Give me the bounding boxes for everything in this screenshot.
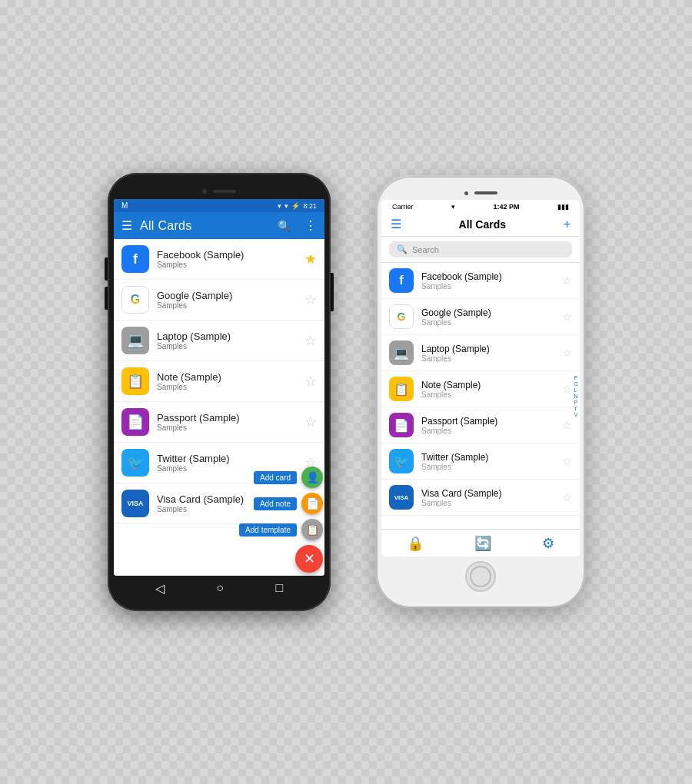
ios-item-text: Note (Sample) Samples xyxy=(421,380,562,399)
ios-item-star[interactable]: ☆ xyxy=(562,455,572,467)
android-list-item[interactable]: f Facebook (Sample) Samples ★ xyxy=(114,239,324,280)
fab-area: Add card 👤 Add note 📄 Add template 📋 ✕ xyxy=(239,467,323,573)
ios-item-sub: Samples xyxy=(421,427,562,435)
android-screen: M ▾ ▾ ⚡ 8:21 ☰ All Cards 🔍 ⋮ f Facebook … xyxy=(114,199,324,576)
android-item-star[interactable]: ☆ xyxy=(304,414,317,430)
ios-vol-up-button[interactable] xyxy=(374,254,377,275)
ios-item-star[interactable]: ☆ xyxy=(562,347,572,359)
ios-item-text: Visa Card (Sample) Samples xyxy=(421,488,562,507)
android-item-sub: Samples xyxy=(157,342,304,350)
ios-power-button[interactable] xyxy=(584,269,587,304)
android-item-title: Twitter (Sample) xyxy=(157,453,304,464)
ios-item-star[interactable]: ☆ xyxy=(562,419,572,431)
ios-index-letter[interactable]: V xyxy=(574,412,578,417)
android-item-sub: Samples xyxy=(157,261,304,269)
ios-list-item[interactable]: 💻 Laptop (Sample) Samples ☆ xyxy=(381,335,580,371)
ios-add-icon[interactable]: + xyxy=(564,218,571,231)
android-item-star[interactable]: ☆ xyxy=(304,332,317,349)
android-list-item[interactable]: 📋 Note (Sample) Samples ☆ xyxy=(114,361,324,402)
ios-list-item[interactable]: f Facebook (Sample) Samples ☆ xyxy=(381,263,580,299)
add-template-fab[interactable]: 📋 xyxy=(301,519,323,540)
android-item-title: Note (Sample) xyxy=(157,371,304,383)
android-vol-up-button[interactable] xyxy=(105,257,108,281)
ios-phone: Carrier ▾ 1:42 PM ▮▮▮ ☰ All Cards + 🔍 Se… xyxy=(377,177,584,607)
add-note-fab[interactable]: 📄 xyxy=(301,493,323,514)
ios-nav-bar: ☰ All Cards + xyxy=(381,212,580,237)
ios-item-star[interactable]: ☆ xyxy=(562,311,572,323)
ios-index-letter[interactable]: N xyxy=(574,394,578,399)
ios-index-letters[interactable]: FGLNPTV xyxy=(574,375,578,417)
ios-index-letter[interactable]: T xyxy=(574,406,578,411)
ios-mute-button[interactable] xyxy=(374,238,377,252)
add-card-label[interactable]: Add card xyxy=(254,471,297,484)
more-icon[interactable]: ⋮ xyxy=(304,218,317,233)
ios-item-star[interactable]: ☆ xyxy=(562,383,572,395)
wifi-icon: ▾ xyxy=(278,202,281,210)
ios-top-bar xyxy=(381,186,580,200)
android-speaker xyxy=(213,190,236,193)
add-template-label[interactable]: Add template xyxy=(239,523,297,537)
ios-home-button[interactable] xyxy=(465,561,496,592)
add-card-row: Add card 👤 xyxy=(254,467,323,488)
ios-wifi-icon: ▾ xyxy=(451,203,455,211)
ios-search-input[interactable]: 🔍 Search xyxy=(389,241,572,257)
android-item-sub: Samples xyxy=(157,301,304,310)
ios-settings-tab[interactable]: ⚙ xyxy=(542,535,554,552)
ios-index-letter[interactable]: L xyxy=(574,387,578,393)
ios-menu-icon[interactable]: ☰ xyxy=(391,217,401,231)
ios-item-icon: VISA xyxy=(389,485,414,510)
ios-list-item[interactable]: VISA Visa Card (Sample) Samples ☆ xyxy=(381,480,580,516)
ios-item-sub: Samples xyxy=(421,463,562,471)
ios-speaker xyxy=(474,191,497,194)
fab-close-button[interactable]: ✕ xyxy=(295,545,323,573)
ios-status-bar: Carrier ▾ 1:42 PM ▮▮▮ xyxy=(381,200,580,212)
app-bar-title: All Cards xyxy=(140,219,270,233)
ios-item-title: Twitter (Sample) xyxy=(421,452,562,463)
ios-item-star[interactable]: ☆ xyxy=(562,491,572,503)
android-item-sub: Samples xyxy=(157,424,304,432)
ios-list-item[interactable]: 🐦 Twitter (Sample) Samples ☆ xyxy=(381,443,580,480)
android-item-text: Passport (Sample) Samples xyxy=(157,412,304,432)
recents-button[interactable]: □ xyxy=(276,581,284,595)
ios-index-letter[interactable]: P xyxy=(574,400,578,405)
hamburger-icon[interactable]: ☰ xyxy=(121,218,132,233)
ios-item-star[interactable]: ☆ xyxy=(562,274,572,287)
ios-search-placeholder: Search xyxy=(412,245,439,254)
ios-list-item[interactable]: 📄 Passport (Sample) Samples ☆ xyxy=(381,407,580,443)
ios-item-title: Visa Card (Sample) xyxy=(421,488,562,499)
ios-lock-tab[interactable]: 🔒 xyxy=(407,535,424,552)
ios-refresh-tab[interactable]: 🔄 xyxy=(474,535,491,552)
android-item-title: Passport (Sample) xyxy=(157,412,304,424)
ios-item-title: Laptop (Sample) xyxy=(421,344,562,354)
android-list-item[interactable]: G Google (Sample) Samples ☆ xyxy=(114,280,324,321)
ios-vol-down-button[interactable] xyxy=(374,281,377,302)
android-item-star[interactable]: ☆ xyxy=(304,373,317,390)
android-item-icon: 📄 xyxy=(121,408,149,436)
android-item-text: Note (Sample) Samples xyxy=(157,371,304,391)
android-item-star[interactable]: ☆ xyxy=(304,291,317,308)
search-icon[interactable]: 🔍 xyxy=(278,220,291,232)
android-list-item[interactable]: 📄 Passport (Sample) Samples ☆ xyxy=(114,402,324,443)
add-card-fab[interactable]: 👤 xyxy=(301,467,323,488)
back-button[interactable]: ◁ xyxy=(155,581,165,596)
ios-list-item[interactable]: G Google (Sample) Samples ☆ xyxy=(381,299,580,335)
android-list-item[interactable]: 💻 Laptop (Sample) Samples ☆ xyxy=(114,321,324,361)
ios-item-text: Laptop (Sample) Samples xyxy=(421,344,562,363)
ios-index-letter[interactable]: G xyxy=(574,381,578,387)
android-item-text: Google (Sample) Samples xyxy=(157,290,304,310)
android-camera xyxy=(202,189,207,194)
ios-index-letter[interactable]: F xyxy=(574,375,578,380)
ios-item-sub: Samples xyxy=(421,318,562,327)
ios-item-text: Twitter (Sample) Samples xyxy=(421,452,562,471)
android-vol-down-button[interactable] xyxy=(105,287,108,310)
add-note-label[interactable]: Add note xyxy=(254,497,297,510)
ios-item-text: Passport (Sample) Samples xyxy=(421,416,562,435)
ios-list-item[interactable]: 📋 Note (Sample) Samples ☆ xyxy=(381,371,580,407)
home-button[interactable]: ○ xyxy=(216,581,224,595)
ios-time: 1:42 PM xyxy=(493,203,519,211)
ios-tab-bar: 🔒 🔄 ⚙ xyxy=(381,529,580,556)
android-item-icon: G xyxy=(121,286,149,314)
android-item-icon: 📋 xyxy=(121,367,149,395)
android-item-star[interactable]: ★ xyxy=(304,251,317,267)
android-power-button[interactable] xyxy=(331,273,334,311)
